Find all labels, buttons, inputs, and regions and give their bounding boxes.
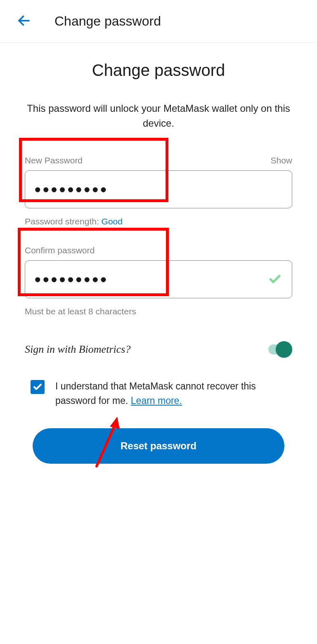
new-password-field-wrapper: New Password Show Password strength: Goo… [25, 156, 292, 226]
page-subtitle: This password will unlock your MetaMask … [0, 101, 317, 131]
new-password-label: New Password [25, 156, 83, 165]
page-title: Change password [0, 61, 317, 80]
new-password-input[interactable] [25, 170, 292, 208]
biometrics-toggle[interactable] [268, 341, 292, 358]
header-title: Change password [54, 14, 161, 29]
confirm-password-hint: Must be at least 8 characters [25, 307, 292, 316]
biometrics-row: Sign in with Biometrics? [25, 341, 292, 358]
checkbox-check-icon [33, 382, 43, 392]
reset-password-button[interactable]: Reset password [33, 428, 284, 464]
disclaimer-text: I understand that MetaMask cannot recove… [55, 379, 292, 408]
confirm-password-field-wrapper: Confirm password Must be at least 8 char… [25, 245, 292, 316]
biometrics-label: Sign in with Biometrics? [25, 343, 130, 356]
learn-more-link[interactable]: Learn more. [131, 395, 182, 406]
password-strength-value: Good [102, 217, 123, 226]
password-strength-label: Password strength: [25, 217, 102, 226]
check-icon [268, 273, 282, 286]
show-password-toggle[interactable]: Show [270, 156, 292, 165]
confirm-password-label: Confirm password [25, 245, 95, 255]
header: Change password [0, 0, 317, 43]
password-strength: Password strength: Good [25, 217, 292, 226]
confirm-password-input[interactable] [25, 260, 292, 298]
form: New Password Show Password strength: Goo… [0, 156, 317, 464]
disclaimer-row: I understand that MetaMask cannot recove… [25, 379, 292, 408]
disclaimer-checkbox[interactable] [31, 380, 45, 394]
back-button[interactable] [17, 13, 31, 30]
arrow-left-icon [17, 13, 31, 28]
